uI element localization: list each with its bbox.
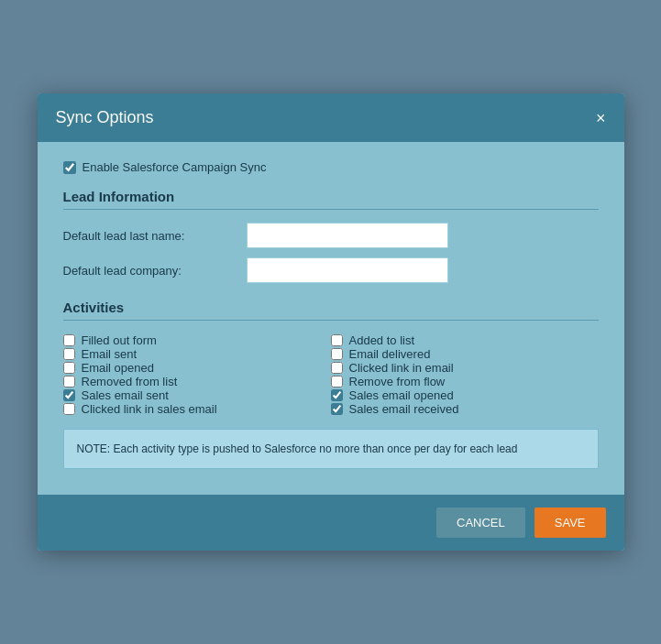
email-sent-label[interactable]: Email sent xyxy=(82,347,138,361)
email-delivered-checkbox[interactable] xyxy=(331,348,343,360)
save-button[interactable]: SAVE xyxy=(534,508,606,538)
list-item: Added to list xyxy=(331,333,599,347)
enable-sync-row: Enable Salesforce Campaign Sync xyxy=(63,160,599,174)
list-item: Removed from list xyxy=(63,375,331,388)
list-item: Remove from flow xyxy=(331,375,599,388)
clicked-link-email-checkbox[interactable] xyxy=(331,362,343,374)
modal-body: Enable Salesforce Campaign Sync Lead Inf… xyxy=(38,142,624,495)
remove-from-flow-checkbox[interactable] xyxy=(331,376,343,387)
clicked-link-sales-email-checkbox[interactable] xyxy=(63,403,75,415)
list-item: Clicked link in sales email xyxy=(63,402,331,416)
activities-right-column: Added to list Email delivered Clicked li… xyxy=(331,333,599,416)
clicked-link-email-label[interactable]: Clicked link in email xyxy=(349,361,454,375)
sync-options-modal: Sync Options × Enable Salesforce Campaig… xyxy=(38,93,624,551)
activities-grid: Filled out form Email sent Email opened xyxy=(63,333,599,416)
email-delivered-label[interactable]: Email delivered xyxy=(349,347,431,361)
lead-last-name-row: Default lead last name: xyxy=(63,223,599,248)
note-box: NOTE: Each activity type is pushed to Sa… xyxy=(63,429,599,469)
close-button[interactable]: × xyxy=(596,110,606,126)
modal-footer: CANCEL SAVE xyxy=(38,495,624,551)
activities-title: Activities xyxy=(63,300,599,321)
added-to-list-label[interactable]: Added to list xyxy=(349,333,415,347)
list-item: Email sent xyxy=(63,347,331,361)
note-text: NOTE: Each activity type is pushed to Sa… xyxy=(77,442,518,455)
sales-email-opened-checkbox[interactable] xyxy=(331,389,343,401)
lead-information-title: Lead Information xyxy=(63,189,599,210)
lead-company-label: Default lead company: xyxy=(63,264,247,278)
list-item: Sales email received xyxy=(331,402,599,416)
enable-sync-checkbox[interactable] xyxy=(63,161,76,174)
list-item: Email delivered xyxy=(331,347,599,361)
lead-last-name-label: Default lead last name: xyxy=(63,229,247,243)
list-item: Clicked link in email xyxy=(331,361,599,375)
activities-left-column: Filled out form Email sent Email opened xyxy=(63,333,331,416)
modal-title: Sync Options xyxy=(56,108,154,127)
lead-company-row: Default lead company: xyxy=(63,257,599,283)
clicked-link-sales-email-label[interactable]: Clicked link in sales email xyxy=(82,402,217,416)
added-to-list-checkbox[interactable] xyxy=(331,334,343,346)
remove-from-flow-label[interactable]: Remove from flow xyxy=(349,375,446,388)
list-item: Filled out form xyxy=(63,333,331,347)
lead-information-section: Lead Information Default lead last name:… xyxy=(63,189,599,283)
modal-header: Sync Options × xyxy=(38,93,624,142)
modal-overlay: Sync Options × Enable Salesforce Campaig… xyxy=(0,0,661,644)
list-item: Sales email opened xyxy=(331,388,599,402)
email-opened-label[interactable]: Email opened xyxy=(82,361,155,375)
filled-out-form-checkbox[interactable] xyxy=(63,334,75,346)
sales-email-opened-label[interactable]: Sales email opened xyxy=(349,388,454,402)
list-item: Sales email sent xyxy=(63,388,331,402)
enable-sync-label[interactable]: Enable Salesforce Campaign Sync xyxy=(83,160,267,174)
sales-email-received-label[interactable]: Sales email received xyxy=(349,402,459,416)
lead-last-name-input[interactable] xyxy=(247,223,448,248)
cancel-button[interactable]: CANCEL xyxy=(436,508,525,538)
sales-email-sent-checkbox[interactable] xyxy=(63,389,75,401)
email-sent-checkbox[interactable] xyxy=(63,348,75,360)
sales-email-received-checkbox[interactable] xyxy=(331,403,343,415)
filled-out-form-label[interactable]: Filled out form xyxy=(82,333,157,347)
email-opened-checkbox[interactable] xyxy=(63,362,75,374)
removed-from-list-checkbox[interactable] xyxy=(63,376,75,387)
activities-section: Activities Filled out form Email sent xyxy=(63,300,599,416)
sales-email-sent-label[interactable]: Sales email sent xyxy=(82,388,169,402)
removed-from-list-label[interactable]: Removed from list xyxy=(82,375,178,388)
list-item: Email opened xyxy=(63,361,331,375)
lead-company-input[interactable] xyxy=(247,257,448,283)
